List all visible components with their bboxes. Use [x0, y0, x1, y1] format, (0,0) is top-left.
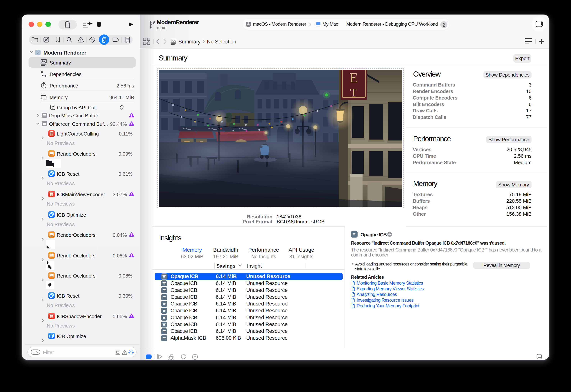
svg-text:E: E: [350, 70, 358, 85]
svg-text:T: T: [350, 86, 357, 99]
